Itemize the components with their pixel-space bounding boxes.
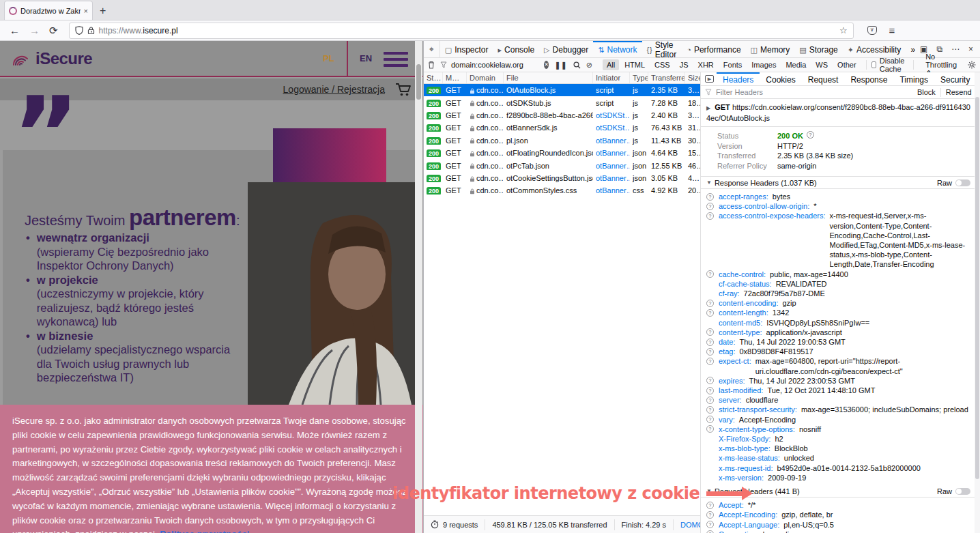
header-name[interactable]: X-Firefox-Spdy: (719, 434, 770, 444)
network-settings-gear-icon[interactable] (968, 61, 976, 69)
question-circle-icon[interactable]: ? (706, 348, 714, 356)
details-scrollbar-thumb[interactable] (975, 97, 979, 479)
forward-button[interactable]: → (29, 25, 40, 36)
block-button[interactable]: Block (917, 88, 936, 96)
login-register-link[interactable]: Logowanie / Rejestracja (283, 84, 385, 95)
question-circle-icon[interactable]: ? (706, 425, 714, 433)
cart-icon[interactable] (394, 82, 411, 97)
col-transferred[interactable]: Transferred (648, 72, 685, 83)
shield-icon[interactable] (75, 26, 83, 35)
request-table-header[interactable]: St… M… Domain File Initiator Type Transf… (424, 72, 700, 84)
question-circle-icon[interactable]: ? (706, 387, 714, 394)
table-row[interactable]: 200GETcdn.co…otBannerSdk.jsotSDKSt…js76.… (424, 121, 700, 134)
header-name[interactable]: cf-cache-status: (719, 279, 772, 289)
header-name[interactable]: x-ms-lease-status: (719, 453, 780, 463)
table-row[interactable]: 200GETcdn.co…pl.jsonotBanner…js11.43 KB3… (424, 134, 700, 147)
table-row[interactable]: 200GETcdn.co…otPcTab.jsonotBanner…json12… (424, 159, 700, 171)
language-en[interactable]: EN (360, 53, 372, 63)
clear-requests-icon[interactable] (428, 61, 435, 69)
filter-media[interactable]: Media (781, 59, 810, 70)
header-name[interactable]: last-modified: (719, 386, 763, 395)
language-pl[interactable]: PL (323, 53, 334, 63)
question-circle-icon[interactable]: ? (706, 416, 714, 423)
header-name[interactable]: access-control-expose-headers: (719, 211, 826, 220)
tab-console[interactable]: ▸Console (493, 41, 540, 57)
filter-all[interactable]: All (603, 59, 619, 70)
col-size[interactable]: Size (685, 72, 700, 83)
header-name[interactable]: etag: (719, 347, 735, 356)
col-type[interactable]: Type (630, 72, 648, 83)
filter-js[interactable]: JS (676, 59, 693, 70)
app-menu-icon[interactable]: ≡ (889, 25, 895, 36)
clear-filter-icon[interactable]: ✕ (544, 61, 549, 69)
site-logo[interactable]: iSecure (8, 47, 92, 70)
filter-html[interactable]: HTML (620, 59, 649, 70)
bookmark-star-icon[interactable]: ☆ (839, 25, 848, 35)
tab-close-icon[interactable]: × (84, 7, 88, 15)
col-method[interactable]: M… (443, 72, 467, 83)
header-name[interactable]: content-encoding: (719, 298, 778, 308)
filter-headers-input[interactable]: Filter Headers (716, 88, 763, 96)
tab-security[interactable]: Security (934, 72, 976, 85)
question-circle-icon[interactable]: ? (706, 300, 714, 307)
new-tab-button[interactable]: + (100, 5, 106, 17)
tab-request[interactable]: Request (802, 72, 845, 85)
page-scrollbar-thumb[interactable] (416, 64, 421, 100)
tab-network[interactable]: ⇅Network (593, 41, 642, 57)
header-name[interactable]: content-md5: (719, 318, 762, 328)
question-circle-icon[interactable]: ? (706, 328, 714, 336)
filter-ws[interactable]: WS (811, 59, 832, 70)
tab-response[interactable]: Response (844, 72, 893, 85)
more-tabs-button[interactable]: » (906, 41, 920, 57)
header-name[interactable]: date: (719, 337, 735, 347)
privacy-policy-link[interactable]: Polityce prywatności (160, 529, 249, 533)
question-circle-icon[interactable]: ? (706, 530, 714, 533)
pick-element-icon[interactable]: ⌖ (424, 41, 440, 57)
question-circle-icon[interactable]: ? (706, 212, 714, 220)
filter-fonts[interactable]: Fonts (719, 59, 747, 70)
question-circle-icon[interactable]: ? (706, 521, 714, 528)
request-url-block[interactable]: ▶ GET https://cdn.cookielaw.org/consent/… (701, 99, 975, 127)
checkbox-icon[interactable] (871, 61, 876, 68)
pause-traffic-icon[interactable]: ❚❚ (554, 61, 566, 70)
page-scrollbar[interactable] (415, 41, 422, 533)
filter-other[interactable]: Other (833, 59, 861, 70)
header-name[interactable]: access-control-allow-origin: (719, 201, 809, 211)
tab-performance[interactable]: ◔Performance (682, 41, 745, 57)
search-icon[interactable] (573, 61, 581, 69)
header-name[interactable]: vary: (719, 415, 735, 424)
header-name[interactable]: expect-ct: (719, 356, 751, 366)
header-name[interactable]: Accept-Language: (719, 520, 779, 530)
filter-urls-input[interactable]: domain:cookielaw.org (451, 61, 544, 69)
header-name[interactable]: expires: (719, 376, 745, 386)
table-row[interactable]: 200GETcdn.co…OtAutoBlock.jsscriptjs2.35 … (424, 84, 700, 96)
filter-css[interactable]: CSS (650, 59, 674, 70)
col-status[interactable]: St… (424, 72, 443, 83)
reload-button[interactable]: ⟳ (49, 25, 58, 37)
col-domain[interactable]: Domain (467, 72, 504, 83)
header-name[interactable]: Accept-Encoding: (719, 510, 777, 519)
table-row[interactable]: 200GETcdn.co…otFloatingRoundedIcon.jsono… (424, 147, 700, 159)
disable-cache-checkbox[interactable]: Disable Cache (871, 57, 907, 73)
question-circle-icon[interactable]: ? (706, 397, 714, 404)
header-name[interactable]: strict-transport-security: (719, 405, 797, 414)
question-circle-icon[interactable]: ? (706, 358, 714, 365)
devtools-close-icon[interactable]: × (968, 44, 973, 54)
site-menu-icon[interactable] (384, 52, 408, 67)
tab-inspector[interactable]: ▢Inspector (440, 41, 493, 57)
tab-cookies[interactable]: Cookies (760, 72, 801, 85)
browser-tab[interactable]: Doradztwo w Zakresie Ochrony Dany × (4, 1, 93, 20)
header-name[interactable]: x-ms-blob-type: (719, 444, 770, 453)
tab-accessibility[interactable]: ✦Accessibility (843, 41, 906, 57)
table-row[interactable]: 200GETcdn.co…otSDKStub.jsscriptjs7.28 KB… (424, 96, 700, 109)
col-initiator[interactable]: Initiator (593, 72, 630, 83)
header-name[interactable]: content-type: (719, 328, 762, 337)
question-circle-icon[interactable]: ? (706, 309, 714, 317)
collapse-triangle-icon[interactable]: ▼ (706, 179, 712, 186)
header-name[interactable]: server: (719, 395, 742, 405)
block-icon[interactable]: ⊘ (586, 61, 592, 70)
raw-toggle[interactable] (955, 179, 970, 186)
header-name[interactable]: accept-ranges: (719, 192, 768, 201)
raw-toggle[interactable] (955, 488, 970, 495)
header-name[interactable]: x-ms-request-id: (719, 463, 773, 473)
